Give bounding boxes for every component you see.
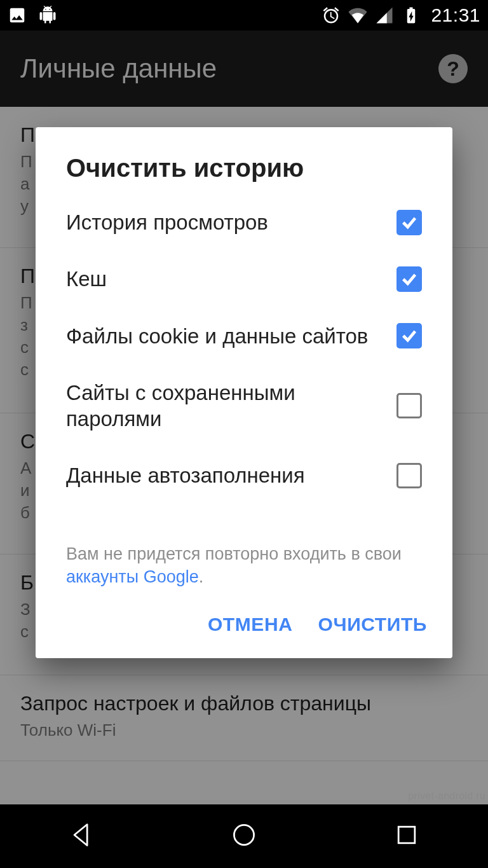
svg-rect-1 bbox=[398, 827, 415, 843]
status-bar: 21:31 bbox=[0, 0, 488, 31]
checkbox[interactable] bbox=[396, 210, 422, 235]
recent-apps-button[interactable] bbox=[393, 821, 421, 851]
option-autofill[interactable]: Данные автозаполнения bbox=[66, 447, 422, 504]
option-label: Сайты с сохраненными паролями bbox=[66, 380, 381, 432]
app-bar: Личные данные ? bbox=[0, 31, 488, 107]
svg-point-0 bbox=[234, 825, 254, 844]
checkbox[interactable] bbox=[396, 266, 422, 292]
navigation-bar bbox=[0, 804, 488, 868]
clear-button[interactable]: ОЧИСТИТЬ bbox=[318, 614, 427, 635]
option-cache[interactable]: Кеш bbox=[66, 251, 422, 307]
wifi-icon bbox=[348, 6, 367, 25]
option-cookies[interactable]: Файлы cookie и данные сайтов bbox=[66, 308, 422, 364]
option-browsing-history[interactable]: История просмотров bbox=[66, 194, 422, 251]
option-label: Данные автозаполнения bbox=[66, 462, 381, 488]
help-icon: ? bbox=[438, 54, 468, 83]
checkbox[interactable] bbox=[396, 393, 422, 418]
option-label: Кеш bbox=[66, 266, 381, 292]
option-label: Файлы cookie и данные сайтов bbox=[66, 323, 381, 349]
watermark: privet-android.ru bbox=[408, 790, 485, 802]
cancel-button[interactable]: ОТМЕНА bbox=[208, 614, 293, 635]
help-button[interactable]: ? bbox=[438, 54, 468, 83]
dialog-title: Очистить историю bbox=[36, 154, 452, 188]
alarm-icon bbox=[322, 6, 341, 25]
status-time: 21:31 bbox=[431, 4, 480, 26]
dialog-footer-text: Вам не придется повторно входить в свои … bbox=[36, 504, 452, 596]
clear-history-dialog: Очистить историю История просмотров Кеш … bbox=[36, 127, 452, 658]
battery-charging-icon bbox=[402, 6, 421, 25]
option-saved-passwords[interactable]: Сайты с сохраненными паролями bbox=[66, 364, 422, 448]
page-title: Личные данные bbox=[20, 53, 217, 84]
image-icon bbox=[8, 6, 27, 25]
checkbox[interactable] bbox=[396, 323, 422, 348]
option-label: История просмотров bbox=[66, 209, 381, 235]
google-accounts-link[interactable]: аккаунты Google bbox=[66, 567, 199, 586]
checkbox[interactable] bbox=[396, 463, 422, 488]
back-button[interactable] bbox=[67, 821, 95, 851]
home-button[interactable] bbox=[230, 821, 258, 851]
android-icon bbox=[38, 6, 57, 25]
cellular-icon bbox=[375, 6, 394, 25]
